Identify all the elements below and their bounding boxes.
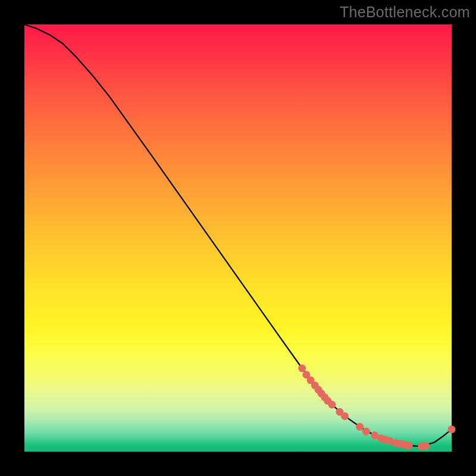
data-marker <box>328 401 336 409</box>
data-marker <box>341 412 349 420</box>
chart-frame: TheBottleneck.com <box>0 0 476 476</box>
data-marker <box>405 441 413 449</box>
data-marker <box>422 442 430 450</box>
marker-group <box>298 364 455 450</box>
data-marker <box>448 425 456 433</box>
data-marker <box>298 364 306 372</box>
data-marker <box>356 423 364 431</box>
watermark-text: TheBottleneck.com <box>340 4 470 21</box>
plot-area <box>24 24 452 452</box>
chart-svg <box>24 24 452 452</box>
bottleneck-curve-path <box>24 24 452 446</box>
data-marker <box>362 428 370 436</box>
